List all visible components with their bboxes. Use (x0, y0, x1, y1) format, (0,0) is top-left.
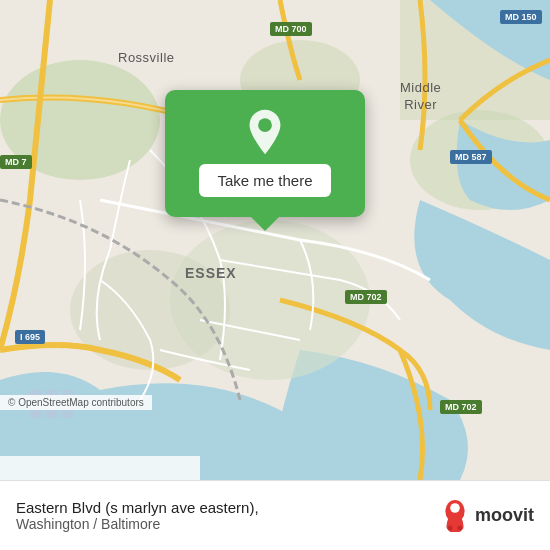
svg-point-16 (450, 503, 460, 513)
moovit-icon (439, 500, 471, 532)
location-info: Eastern Blvd (s marlyn ave eastern), Was… (16, 499, 259, 532)
map-container: Rossville MiddleRiver ESSEX MD 700 MD 15… (0, 0, 550, 480)
location-city: Washington / Baltimore (16, 516, 259, 532)
md587-sign: MD 587 (450, 150, 492, 164)
svg-point-14 (258, 118, 272, 132)
bottom-info-bar: Eastern Blvd (s marlyn ave eastern), Was… (0, 480, 550, 550)
moovit-logo: moovit (439, 500, 534, 532)
svg-point-18 (457, 525, 462, 530)
md150-sign: MD 150 (500, 10, 542, 24)
i695-bottom-sign: I 695 (15, 330, 45, 344)
md702-bot-sign: MD 702 (440, 400, 482, 414)
svg-rect-13 (0, 456, 200, 480)
take-me-there-button[interactable]: Take me there (199, 164, 330, 197)
middle-river-label: MiddleRiver (400, 80, 441, 114)
location-name: Eastern Blvd (s marlyn ave eastern), (16, 499, 259, 516)
popup-card: Take me there (165, 90, 365, 217)
map-attribution: © OpenStreetMap contributors (0, 395, 152, 410)
md700-sign: MD 700 (270, 22, 312, 36)
essex-label: ESSEX (185, 265, 237, 281)
md7-sign: MD 7 (0, 155, 32, 169)
location-pin-icon (241, 108, 289, 156)
md702-mid-sign: MD 702 (345, 290, 387, 304)
svg-point-17 (448, 525, 453, 530)
moovit-text: moovit (475, 505, 534, 526)
rossville-label: Rossville (118, 50, 175, 65)
